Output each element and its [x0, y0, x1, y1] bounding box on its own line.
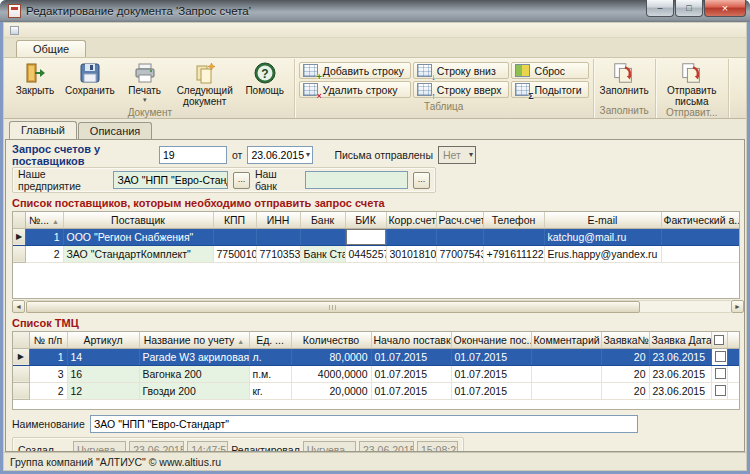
- exit-door-icon: [23, 61, 47, 85]
- column-header-rasch[interactable]: Расч.счет: [436, 212, 483, 228]
- column-header-rownum[interactable]: № п/п: [29, 332, 67, 348]
- table-row[interactable]: 2 12 Гвозди 200 кг. 20,0000 01.07.2015 0…: [13, 382, 740, 399]
- bank-browse-button[interactable]: ...: [413, 172, 430, 189]
- scrollbar-thumb[interactable]: [26, 301, 640, 313]
- maximize-icon: □: [686, 3, 691, 13]
- row-down-button[interactable]: ↓ Строку вниз: [413, 62, 509, 79]
- row-checkbox-cell[interactable]: [711, 348, 727, 365]
- save-button[interactable]: Сохранить: [62, 60, 118, 107]
- enterprise-input[interactable]: ЗАО "НПП "Евро-Стандарт": [113, 171, 227, 189]
- scroll-left-icon[interactable]: ◄: [12, 300, 25, 313]
- sort-asc-icon: ▲: [237, 338, 244, 345]
- fill-button[interactable]: Заполнить: [597, 60, 652, 105]
- quick-access-toolbar: [4, 23, 746, 38]
- column-header-bik[interactable]: БИК: [345, 212, 386, 228]
- add-row-button[interactable]: + Добавить строку: [299, 62, 411, 79]
- column-header-phone[interactable]: Телефон: [483, 212, 544, 228]
- scrollbar-track[interactable]: [25, 300, 731, 313]
- row-selector[interactable]: ▶: [13, 228, 25, 245]
- column-header-check[interactable]: [711, 332, 727, 348]
- column-header-comment[interactable]: Комментарий: [531, 332, 601, 348]
- doc-type-label: Запрос счетов у поставщиков: [12, 143, 154, 167]
- subtotals-button[interactable]: Σ Подытоги: [511, 81, 589, 98]
- tmc-grid: № п/п Артикул Название по учету▲ Ед. ...…: [12, 331, 740, 410]
- table-row[interactable]: ▶ 1 14 Parade W3 акриловая краска матов.…: [13, 348, 740, 365]
- chevron-down-icon[interactable]: ▾: [304, 150, 310, 159]
- bank-input[interactable]: [305, 171, 408, 189]
- column-header-reqnum[interactable]: Заявка№: [601, 332, 649, 348]
- column-header-address[interactable]: Фактический а..: [661, 212, 740, 228]
- ribbon-group-send: Отправить письма Отправит...: [656, 59, 729, 118]
- corner-header[interactable]: [13, 212, 25, 228]
- ribbon-tab-general[interactable]: Общие: [16, 40, 86, 57]
- group-label-document: Документ: [6, 107, 294, 119]
- column-header-article[interactable]: Артикул: [67, 332, 139, 348]
- suppliers-hscrollbar[interactable]: ◄ ►: [12, 300, 744, 313]
- ribbon: Закрыть Сохранить Печать ▾ Следующий док…: [4, 57, 746, 119]
- column-header-korr[interactable]: Корр.счет: [386, 212, 436, 228]
- name-input[interactable]: ЗАО "НПП "Евро-Стандарт": [90, 415, 638, 433]
- subtotals-icon: Σ: [515, 83, 530, 96]
- close-document-button[interactable]: Закрыть: [9, 60, 61, 107]
- created-time-field: 14:47:57: [187, 441, 228, 453]
- column-header-start[interactable]: Начало поставки: [371, 332, 451, 348]
- reset-button[interactable]: Сброс: [511, 62, 589, 79]
- scroll-right-icon[interactable]: ►: [731, 300, 744, 313]
- column-header-num[interactable]: №...▲: [25, 212, 63, 228]
- row-selector[interactable]: [13, 382, 29, 399]
- column-header-end[interactable]: Окончание пос...: [451, 332, 531, 348]
- row-checkbox[interactable]: [715, 368, 726, 379]
- row-checkbox-cell[interactable]: [711, 382, 727, 399]
- suppliers-section-label: Список поставщиков, которым необходимо о…: [12, 197, 738, 209]
- column-header-supplier[interactable]: Поставщик: [63, 212, 213, 228]
- corner-header[interactable]: [13, 332, 29, 348]
- enterprise-browse-button[interactable]: ...: [233, 172, 250, 189]
- column-header-reqdate[interactable]: Заявка Дата: [649, 332, 711, 348]
- tab-main[interactable]: Главный: [9, 121, 77, 139]
- row-up-button[interactable]: ↑ Строку вверх: [413, 81, 509, 98]
- column-header-bank[interactable]: Банк: [300, 212, 345, 228]
- row-checkbox-cell[interactable]: [711, 365, 727, 382]
- table-row[interactable]: 3 16 Вагонка 200 п.м. 4000,0000 01.07.20…: [13, 365, 740, 382]
- suppliers-header-row: №...▲ Поставщик КПП ИНН Банк БИК Корр.сч…: [13, 212, 740, 228]
- bik-edit-cell[interactable]: [345, 228, 386, 245]
- letters-sent-select[interactable]: Нет ▾: [438, 146, 476, 164]
- quick-access-icon[interactable]: [10, 26, 19, 35]
- row-selector[interactable]: [13, 365, 29, 382]
- delete-row-button[interactable]: × Удалить строку: [299, 81, 411, 98]
- column-header-qty[interactable]: Количество: [291, 332, 371, 348]
- row-checkbox[interactable]: [715, 385, 726, 396]
- close-icon: ×: [722, 2, 728, 14]
- document-tab-strip: Главный Описания: [4, 119, 746, 139]
- print-button[interactable]: Печать ▾: [119, 60, 171, 107]
- column-header-filler: [727, 332, 740, 348]
- row-up-icon: ↑: [417, 83, 432, 96]
- window-icon: [8, 4, 21, 18]
- table-row[interactable]: ▶ 1 ООО "Регион Снабжения" katchug@mail.…: [13, 228, 740, 245]
- edited-date-field: 23.06.2015 ▾: [359, 441, 414, 453]
- tab-descriptions[interactable]: Описания: [78, 122, 152, 139]
- group-label-table: Таблица: [295, 101, 593, 114]
- header-checkbox[interactable]: [714, 335, 724, 345]
- column-header-inn[interactable]: ИНН: [256, 212, 300, 228]
- close-button[interactable]: ×: [704, 0, 746, 17]
- row-selector[interactable]: [13, 245, 25, 262]
- column-header-email[interactable]: E-mail: [544, 212, 661, 228]
- help-button[interactable]: ? Помощь: [239, 60, 291, 107]
- doc-date-input[interactable]: 23.06.2015 ▾: [247, 146, 313, 164]
- minimize-button[interactable]: –: [646, 0, 674, 17]
- column-header-kpp[interactable]: КПП: [213, 212, 256, 228]
- maximize-button[interactable]: □: [675, 0, 703, 17]
- suppliers-grid: №...▲ Поставщик КПП ИНН Банк БИК Корр.сч…: [12, 211, 740, 299]
- window-title: Редактирование документа 'Запрос счета': [26, 5, 641, 17]
- row-selector[interactable]: ▶: [13, 348, 29, 365]
- from-label: от: [232, 149, 242, 161]
- send-letters-button[interactable]: Отправить письма: [659, 60, 725, 107]
- doc-number-input[interactable]: 19: [159, 146, 227, 164]
- row-checkbox[interactable]: [715, 351, 726, 362]
- next-document-button[interactable]: Следующий документ: [172, 60, 238, 107]
- delete-row-icon: ×: [303, 83, 318, 96]
- column-header-name[interactable]: Название по учету▲: [139, 332, 249, 348]
- table-row[interactable]: 2 ЗАО "СтандартКомплект" 775001001 77103…: [13, 245, 740, 262]
- column-header-unit[interactable]: Ед. ...: [249, 332, 291, 348]
